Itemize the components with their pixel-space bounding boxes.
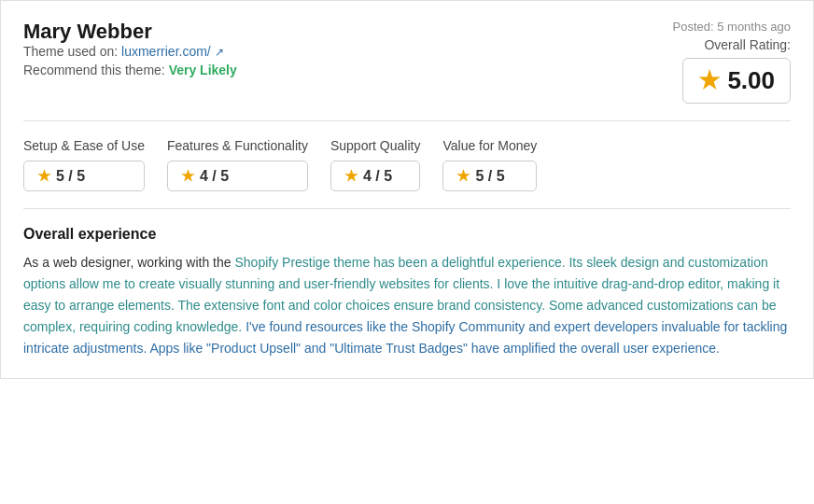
theme-used-row: Theme used on: luxmerrier.com/ ↗ [23, 44, 237, 59]
recommend-value: Very Likely [169, 63, 237, 77]
theme-label: Theme used on: [23, 44, 118, 59]
rating-support-value: 4 / 5 [363, 168, 392, 185]
review-text-part-1: As a web designer, working with the [23, 255, 234, 270]
overall-experience: Overall experience As a web designer, wo… [23, 226, 791, 359]
rating-value-label: Value for Money [442, 138, 537, 153]
star-icon: ★ [344, 167, 358, 185]
rating-features-badge: ★ 4 / 5 [167, 161, 308, 191]
experience-title: Overall experience [23, 226, 791, 243]
author-name: Mary Webber [23, 20, 237, 44]
review-text: As a web designer, working with the Shop… [23, 252, 791, 359]
posted-info: Posted: 5 months ago [673, 20, 791, 34]
theme-link[interactable]: luxmerrier.com/ ↗ [121, 44, 224, 59]
rating-setup: Setup & Ease of Use ★ 5 / 5 [23, 138, 145, 191]
star-icon: ★ [456, 167, 470, 185]
author-info: Mary Webber Theme used on: luxmerrier.co… [23, 20, 237, 77]
rating-features: Features & Functionality ★ 4 / 5 [167, 138, 308, 191]
star-icon: ★ [37, 167, 50, 185]
rating-value-score: 5 / 5 [475, 168, 504, 185]
rating-col: Posted: 5 months ago Overall Rating: ★ 5… [673, 20, 791, 104]
rating-setup-label: Setup & Ease of Use [23, 138, 145, 153]
rating-features-label: Features & Functionality [167, 138, 308, 153]
rating-setup-value: 5 / 5 [56, 168, 85, 185]
rating-value-badge: ★ 5 / 5 [442, 161, 537, 191]
divider-2 [23, 208, 791, 209]
ratings-row: Setup & Ease of Use ★ 5 / 5 Features & F… [23, 138, 791, 191]
rating-support-label: Support Quality [330, 138, 421, 153]
rating-features-value: 4 / 5 [200, 168, 229, 185]
overall-rating-box: ★ 5.00 [682, 58, 791, 104]
rating-support: Support Quality ★ 4 / 5 [330, 138, 421, 191]
recommend-label: Recommend this theme: [23, 63, 165, 77]
overall-rating-label: Overall Rating: [704, 37, 791, 52]
review-card: Mary Webber Theme used on: luxmerrier.co… [0, 0, 814, 379]
divider-1 [23, 120, 791, 121]
overall-star-icon: ★ [698, 66, 720, 95]
rating-value: Value for Money ★ 5 / 5 [442, 138, 537, 191]
header-row: Mary Webber Theme used on: luxmerrier.co… [23, 20, 791, 104]
rating-support-badge: ★ 4 / 5 [330, 161, 421, 191]
external-link-icon: ↗ [215, 46, 224, 59]
overall-rating-value: 5.00 [727, 66, 775, 95]
star-icon: ★ [181, 167, 194, 185]
rating-setup-badge: ★ 5 / 5 [23, 161, 145, 191]
recommend-row: Recommend this theme: Very Likely [23, 63, 237, 77]
